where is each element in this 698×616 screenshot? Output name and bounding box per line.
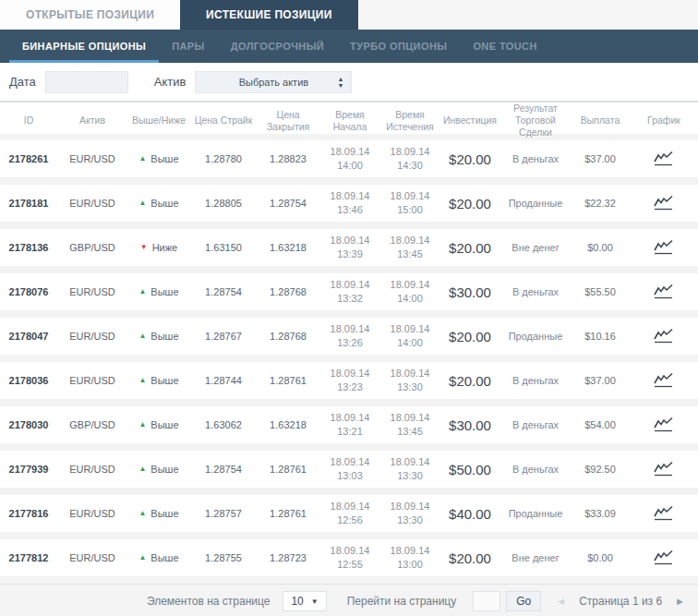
- cell-payout: $92.50: [571, 464, 630, 475]
- cell-direction: ▲ Выше: [127, 508, 190, 519]
- line-chart-icon: [652, 460, 676, 478]
- start-date: 18.09.14: [321, 278, 379, 292]
- cell-direction: ▲ Выше: [127, 375, 190, 386]
- expiry-date: 18.09.14: [382, 322, 438, 336]
- expiry-time: 13:30: [382, 380, 438, 394]
- date-filter-input[interactable]: [45, 71, 128, 93]
- tab-open-label: ОТКРЫТЫЕ ПОЗИЦИИ: [26, 8, 154, 21]
- chart-link[interactable]: [630, 238, 698, 257]
- nav-item-бинарные-опционы[interactable]: БИНАРНЫЕ ОПЦИОНЫ: [9, 30, 159, 63]
- tab-open-positions[interactable]: ОТКРЫТЫЕ ПОЗИЦИИ: [0, 0, 180, 30]
- start-date: 18.09.14: [321, 500, 379, 513]
- cell-start-time: 18.09.14 13:46: [319, 189, 380, 217]
- direction-arrow-icon: ▲: [138, 554, 146, 562]
- table-row: 2178136 GBP/USD ▼ Ниже 1.63150 1.63218 1…: [0, 229, 698, 273]
- direction-label: Выше: [150, 286, 178, 297]
- chart-link[interactable]: [630, 283, 698, 301]
- table-row: 2178181 EUR/USD ▲ Выше 1.28805 1.28754 1…: [0, 185, 698, 229]
- cell-strike-price: 1.28754: [190, 464, 257, 475]
- go-button[interactable]: Go: [506, 591, 541, 611]
- items-per-page-value: 10: [291, 595, 303, 608]
- nav-item-пары[interactable]: ПАРЫ: [159, 30, 218, 63]
- direction-label: Ниже: [152, 242, 178, 253]
- chart-link[interactable]: [630, 460, 698, 478]
- cell-close-price: 1.63218: [257, 419, 319, 430]
- start-time: 12:56: [321, 513, 379, 527]
- column-header: Время Начала: [319, 109, 380, 133]
- asset-select[interactable]: Выбрать актив ▲▼: [195, 71, 352, 93]
- expiry-time: 15:00: [382, 203, 438, 217]
- expiry-time: 13:30: [382, 469, 438, 483]
- expiry-date: 18.09.14: [382, 544, 438, 558]
- cell-id: 2177816: [0, 508, 57, 519]
- cell-close-price: 1.28823: [257, 153, 319, 164]
- nav-item-one-touch[interactable]: ONE TOUCH: [460, 30, 549, 63]
- cell-asset: EUR/USD: [57, 153, 127, 164]
- cell-asset: EUR/USD: [57, 286, 127, 297]
- start-date: 18.09.14: [321, 455, 379, 469]
- line-chart-icon: [652, 194, 676, 212]
- start-date: 18.09.14: [321, 145, 379, 159]
- prev-page-icon[interactable]: ◄: [556, 596, 566, 607]
- items-per-page-select[interactable]: 10 ▼: [283, 591, 326, 611]
- cell-investment: $20.00: [439, 196, 500, 211]
- cell-direction: ▲ Выше: [127, 286, 190, 297]
- chart-link[interactable]: [630, 150, 698, 168]
- cell-expiry-time: 18.09.14 14:00: [380, 278, 439, 306]
- table-header: IDАктивВыше/НижеЦена СтрайкЦена Закрытия…: [0, 102, 698, 140]
- nav-item-турбо-опционы[interactable]: ТУРБО ОПЦИОНЫ: [337, 30, 460, 63]
- cell-strike-price: 1.28805: [190, 198, 257, 209]
- cell-investment: $50.00: [439, 462, 500, 477]
- cell-trade-result: В деньгах: [500, 375, 571, 386]
- chart-link[interactable]: [630, 416, 698, 434]
- expiry-date: 18.09.14: [382, 367, 438, 380]
- cell-payout: $22.32: [571, 198, 630, 209]
- table-row: 2178047 EUR/USD ▲ Выше 1.28767 1.28768 1…: [0, 318, 698, 362]
- chart-link[interactable]: [630, 371, 698, 390]
- cell-strike-price: 1.28767: [190, 331, 257, 342]
- chart-link[interactable]: [630, 504, 698, 523]
- tab-expired-positions[interactable]: ИСТЕКШИЕ ПОЗИЦИИ: [180, 0, 358, 30]
- positions-tabs: ОТКРЫТЫЕ ПОЗИЦИИ ИСТЕКШИЕ ПОЗИЦИИ: [0, 0, 698, 30]
- cell-trade-result: В деньгах: [500, 153, 571, 164]
- direction-arrow-icon: ▲: [138, 465, 146, 473]
- nav-item-долгосрочный[interactable]: ДОЛГОСРОЧНЫЙ: [218, 30, 337, 63]
- cell-investment: $30.00: [439, 417, 500, 433]
- cell-id: 2177939: [0, 464, 57, 475]
- column-header: Цена Страйк: [190, 115, 257, 127]
- chart-link[interactable]: [630, 194, 698, 212]
- start-time: 12:55: [321, 558, 379, 572]
- cell-trade-result: В деньгах: [500, 464, 571, 475]
- direction-label: Выше: [150, 331, 178, 342]
- cell-direction: ▲ Выше: [127, 198, 190, 209]
- next-page-icon[interactable]: ►: [675, 596, 685, 607]
- start-date: 18.09.14: [321, 234, 379, 248]
- direction-arrow-icon: ▲: [138, 155, 146, 163]
- cell-start-time: 18.09.14 13:39: [319, 234, 380, 261]
- start-time: 13:23: [321, 380, 379, 394]
- cell-payout: $0.00: [571, 242, 630, 253]
- cell-start-time: 18.09.14 12:55: [319, 544, 380, 572]
- direction-arrow-icon: ▼: [140, 244, 148, 251]
- column-header: Актив: [57, 115, 127, 127]
- chart-link[interactable]: [630, 327, 698, 345]
- cell-strike-price: 1.28757: [190, 508, 257, 519]
- start-time: 13:21: [321, 425, 379, 439]
- cell-direction: ▲ Выше: [127, 552, 190, 563]
- expiry-date: 18.09.14: [382, 500, 438, 513]
- cell-start-time: 18.09.14 13:23: [319, 367, 380, 394]
- cell-investment: $40.00: [439, 506, 500, 522]
- cell-strike-price: 1.28780: [190, 153, 257, 164]
- cell-strike-price: 1.28744: [190, 375, 257, 386]
- cell-start-time: 18.09.14 13:03: [319, 455, 380, 483]
- table-row: 2178030 GBP/USD ▲ Выше 1.63062 1.63218 1…: [0, 406, 698, 451]
- goto-page-input[interactable]: [473, 591, 500, 611]
- chart-link[interactable]: [630, 549, 698, 567]
- column-header: Время Истечения: [380, 109, 439, 133]
- cell-direction: ▲ Выше: [127, 331, 190, 342]
- cell-investment: $20.00: [439, 550, 500, 566]
- table-body: 2178261 EUR/USD ▲ Выше 1.28780 1.28823 1…: [0, 140, 698, 584]
- cell-asset: EUR/USD: [57, 508, 127, 519]
- cell-id: 2178047: [0, 331, 57, 342]
- cell-strike-price: 1.63150: [190, 242, 257, 253]
